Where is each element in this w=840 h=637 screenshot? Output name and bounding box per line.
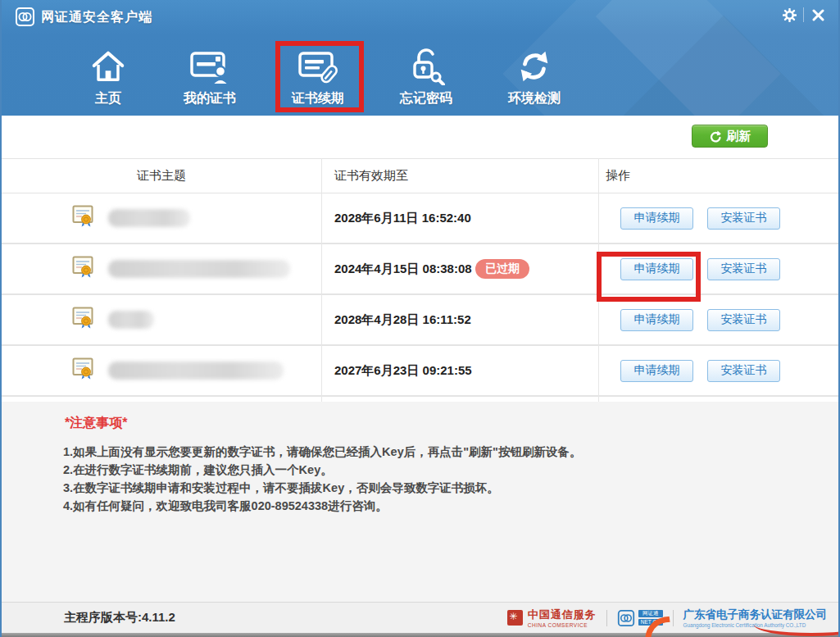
refresh-label: 刷新	[727, 129, 751, 144]
notes-list: 1.如果上面没有显示您要更新的数字证书，请确保您已经插入Key后，再点击"刷新"…	[63, 443, 581, 515]
app-title: 网证通安全客户端	[41, 9, 152, 26]
certificate-icon	[72, 307, 93, 333]
cell-expiry: 2028年6月11日 16:52:40	[334, 193, 598, 243]
tab-my-certificates[interactable]: 我的证书	[164, 41, 256, 111]
tab-forgot-password[interactable]: 忘记密码	[380, 41, 472, 111]
tab-label: 忘记密码	[400, 90, 452, 107]
netca-mark-icon	[617, 609, 635, 627]
expired-badge: 已过期	[475, 259, 529, 279]
cell-subject	[2, 193, 321, 243]
cell-expiry: 2024年4月15日 08:38:08 已过期	[334, 244, 598, 293]
redacted-subject	[108, 362, 284, 380]
column-divider	[321, 158, 322, 402]
titlebar: 网证通安全客户端	[2, 0, 838, 34]
app-header: 网证通安全客户端 主页 我	[2, 0, 838, 116]
redacted-subject	[108, 209, 190, 227]
cell-actions: 申请续期 安装证书	[606, 295, 838, 344]
gear-icon[interactable]	[775, 4, 803, 25]
annotation-box-renewal-tab	[275, 41, 364, 112]
expiry-date: 2028年4月28日 16:11:52	[334, 312, 471, 328]
cell-subject	[2, 295, 321, 344]
column-header-expiry: 证书有效期至	[334, 159, 408, 193]
card-person-icon	[188, 41, 231, 85]
apply-renewal-button[interactable]: 申请续期	[620, 360, 693, 382]
cell-actions: 申请续期 安装证书	[606, 346, 838, 395]
app-logo-icon	[15, 7, 35, 30]
china-comservice-logo: 中国通信服务 CHINA COMSERVICE	[507, 607, 597, 628]
cell-actions: 申请续期 安装证书	[606, 193, 838, 243]
notes-section: *注意事项* 1.如果上面没有显示您要更新的数字证书，请确保您已经插入Key后，…	[2, 402, 838, 602]
expiry-date: 2027年6月23日 09:21:55	[334, 363, 472, 379]
refresh-circle-icon	[709, 130, 721, 143]
version-label: 主程序版本号:4.11.2	[64, 610, 175, 626]
lock-wrench-icon	[407, 41, 445, 85]
cell-expiry: 2028年4月28日 16:11:52	[334, 295, 598, 344]
redacted-subject	[108, 260, 290, 278]
column-header-actions: 操作	[606, 159, 630, 193]
certificate-icon	[72, 357, 93, 384]
cell-expiry: 2027年6月23日 09:21:55	[334, 346, 598, 395]
install-certificate-button[interactable]: 安装证书	[707, 207, 780, 230]
footer: 主程序版本号:4.11.2 中国通信服务 CHINA COMSERVICE 网证…	[2, 602, 838, 633]
close-icon[interactable]	[804, 4, 832, 25]
tab-label: 我的证书	[184, 90, 236, 107]
china-comservice-en: CHINA COMSERVICE	[528, 622, 597, 628]
expiry-date: 2024年4月15日 08:38:08	[334, 262, 472, 277]
certificate-icon	[72, 205, 93, 231]
cycle-arrows-icon	[515, 41, 553, 85]
china-comservice-name: 中国通信服务	[528, 607, 597, 622]
toolbar: 刷新	[2, 116, 838, 158]
table-row: 2028年6月11日 16:52:40 申请续期 安装证书	[2, 193, 838, 244]
cell-subject	[2, 346, 321, 395]
redacted-subject	[108, 311, 154, 329]
table-row: 2024年4月15日 08:38:08 已过期 申请续期 安装证书	[2, 244, 838, 295]
refresh-button[interactable]: 刷新	[692, 125, 768, 148]
netca-name: 网证通	[638, 610, 663, 617]
certificate-table: 证书主题 证书有效期至 操作 2028年6月11日 16:52:40 申请续期 …	[2, 158, 838, 397]
note-item: 4.如有任何疑问，欢迎致电我司客服020-89524338进行咨询。	[63, 497, 581, 515]
column-header-subject: 证书主题	[2, 159, 321, 193]
tab-home[interactable]: 主页	[62, 41, 154, 111]
nav-tabs: 主页 我的证书 证书续期 忘记密码	[2, 34, 838, 116]
install-certificate-button[interactable]: 安装证书	[707, 258, 780, 280]
expiry-date: 2028年6月11日 16:52:40	[334, 211, 471, 226]
certificate-icon	[72, 256, 93, 282]
apply-renewal-button[interactable]: 申请续期	[620, 309, 693, 331]
apply-renewal-button[interactable]: 申请续期	[620, 207, 693, 230]
install-certificate-button[interactable]: 安装证书	[707, 309, 780, 331]
app-window: 网证通安全客户端 主页 我	[0, 0, 840, 637]
window-bottom-edge	[2, 633, 838, 637]
install-certificate-button[interactable]: 安装证书	[707, 360, 780, 382]
note-item: 2.在进行数字证书续期前，建议您只插入一个Key。	[63, 461, 581, 479]
table-row: 2028年4月28日 16:11:52 申请续期 安装证书	[2, 295, 838, 346]
table-header: 证书主题 证书有效期至 操作	[2, 158, 838, 193]
annotation-box-renew-button	[597, 252, 701, 302]
note-item: 3.在数字证书续期申请和安装过程中，请不要插拔Key，否则会导致数字证书损坏。	[63, 479, 581, 497]
logo-divider	[606, 610, 607, 626]
cell-subject	[2, 244, 321, 293]
home-icon	[89, 41, 127, 85]
tab-environment-check[interactable]: 环境检测	[488, 41, 580, 111]
china-comservice-mark-icon	[507, 610, 523, 626]
notes-title: *注意事项*	[65, 415, 127, 432]
tab-label: 主页	[95, 90, 121, 107]
tab-label: 环境检测	[508, 90, 561, 107]
note-item: 1.如果上面没有显示您要更新的数字证书，请确保您已经插入Key后，再点击"刷新"…	[63, 443, 581, 461]
table-row: 2027年6月23日 09:21:55 申请续期 安装证书	[2, 346, 838, 397]
window-controls	[775, 3, 832, 26]
